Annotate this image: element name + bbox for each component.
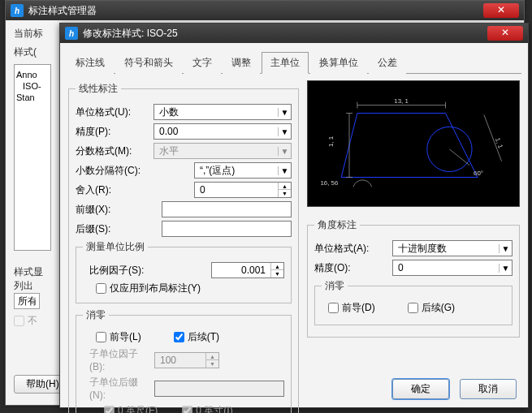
suffix-input[interactable] (162, 221, 292, 237)
subunit-factor-spinner: 100▲▼ (154, 352, 219, 368)
feet-checkbox: 0 英尺(F) (104, 404, 158, 413)
precision-select[interactable]: 0.00▼ (154, 123, 292, 140)
svg-text:1, 1: 1, 1 (327, 136, 335, 147)
angular-dim-group: 角度标注 单位格式(A): 十进制度数▼ 精度(O): 0▼ 消零 前导(D) … (307, 218, 520, 338)
subunit-factor-label: 子单位因子(B): (83, 347, 149, 372)
linear-legend: 线性标注 (76, 82, 121, 96)
angle-units-select[interactable]: 十进制度数▼ (392, 240, 513, 256)
back-titlebar: h 标注样式管理器 ✕ (6, 1, 524, 20)
all-styles-input[interactable] (14, 293, 40, 309)
suffix-label: 后缀(S): (76, 222, 149, 236)
dialog-footer: 确定 取消 (384, 379, 517, 399)
back-window-title: 标注样式管理器 (28, 4, 97, 18)
front-window-title: 修改标注样式: ISO-25 (83, 27, 178, 41)
chevron-down-icon: ▼ (278, 147, 291, 156)
decimal-sep-select[interactable]: “,”(逗点)▼ (194, 162, 292, 179)
spin-down-icon[interactable]: ▼ (278, 190, 291, 197)
decimal-sep-label: 小数分隔符(C): (76, 164, 149, 178)
spin-up-icon[interactable]: ▲ (278, 183, 291, 190)
ok-button[interactable]: 确定 (392, 379, 449, 399)
spin-down-icon[interactable]: ▼ (270, 270, 283, 277)
layout-only-checkbox[interactable]: 仅应用到布局标注(Y) (83, 282, 201, 295)
tab-fit[interactable]: 调整 (223, 52, 260, 74)
front-close-button[interactable]: ✕ (487, 26, 523, 41)
tree-item[interactable]: Anno (16, 70, 49, 80)
angle-suppress-group: 消零 前导(D) 后续(G) (314, 279, 513, 325)
spin-down-icon: ▼ (205, 360, 218, 368)
angle-trailing-checkbox[interactable]: 后续(G) (408, 301, 455, 315)
tab-text[interactable]: 文字 (184, 52, 221, 74)
cancel-button[interactable]: 取消 (460, 379, 517, 399)
angle-legend: 角度标注 (314, 218, 360, 232)
tab-tolerances[interactable]: 公差 (369, 52, 406, 74)
app-icon: h (65, 27, 78, 40)
style-tree[interactable]: Anno ISO- Stan (14, 64, 51, 251)
tree-item[interactable]: Stan (16, 92, 49, 102)
chevron-down-icon[interactable]: ▼ (499, 244, 512, 253)
scale-legend: 测量单位比例 (83, 240, 148, 254)
precision-label: 精度(P): (76, 125, 149, 139)
modify-dimension-style-window: h 修改标注样式: ISO-25 ✕ 标注线 符号和箭头 文字 调整 主单位 换… (59, 23, 529, 408)
units-format-select[interactable]: 小数▼ (154, 104, 292, 120)
dont-checkbox[interactable]: 不 (14, 314, 37, 328)
fraction-format-label: 分数格式(M): (76, 144, 149, 158)
prefix-input[interactable] (162, 201, 292, 217)
svg-text:13, 1: 13, 1 (394, 97, 409, 105)
scale-factor-spinner[interactable]: 0.001▲▼ (211, 262, 284, 278)
zero-suppression-group: 消零 前导(L) 后续(T) 子单位因子(B): 100▲▼ 子单位后缀(N): (76, 308, 292, 413)
svg-text:1, 1: 1, 1 (494, 137, 504, 149)
svg-marker-0 (341, 113, 478, 177)
angle-precision-label: 精度(O): (314, 261, 387, 275)
roundoff-label: 舍入(R): (76, 183, 149, 197)
tree-item[interactable]: ISO- (16, 81, 49, 91)
trailing-checkbox[interactable]: 后续(T) (174, 330, 219, 344)
angle-precision-select[interactable]: 0▼ (392, 260, 513, 276)
chevron-down-icon[interactable]: ▼ (278, 166, 291, 175)
tab-primary-units[interactable]: 主单位 (262, 52, 309, 74)
angle-leading-checkbox[interactable]: 前导(D) (328, 301, 375, 315)
dimension-preview: 13, 1 1, 1 1, 1 60° 16, 56 (307, 80, 520, 207)
angle-suppress-legend: 消零 (322, 279, 348, 293)
prefix-label: 前缀(X): (76, 203, 149, 217)
spin-up-icon[interactable]: ▲ (270, 263, 283, 270)
inches-checkbox: 0 英寸(I) (182, 404, 232, 413)
app-icon: h (11, 4, 24, 17)
units-format-label: 单位格式(U): (76, 105, 149, 119)
subunit-suffix-label: 子单位后缀(N): (83, 376, 149, 401)
tab-alt-units[interactable]: 换算单位 (310, 52, 367, 74)
svg-text:60°: 60° (474, 170, 483, 177)
linear-dim-group: 线性标注 单位格式(U): 小数▼ 精度(P): 0.00▼ 分数格式(M): … (68, 82, 299, 413)
tab-symbols[interactable]: 符号和箭头 (115, 52, 182, 74)
back-close-button[interactable]: ✕ (483, 3, 519, 18)
tab-bar: 标注线 符号和箭头 文字 调整 主单位 换算单位 公差 (67, 51, 521, 74)
spin-up-icon: ▲ (205, 353, 218, 360)
scale-factor-label: 比例因子(S): (83, 264, 149, 277)
suppress-legend: 消零 (83, 308, 109, 322)
chevron-down-icon[interactable]: ▼ (278, 108, 291, 117)
roundoff-spinner[interactable]: 0▲▼ (194, 182, 292, 198)
svg-text:16, 56: 16, 56 (320, 179, 339, 187)
chevron-down-icon[interactable]: ▼ (499, 264, 512, 273)
subunit-suffix-input (154, 381, 284, 397)
fraction-format-select: 水平▼ (154, 143, 292, 159)
leading-checkbox[interactable]: 前导(L) (96, 330, 141, 344)
angle-units-label: 单位格式(A): (314, 242, 387, 256)
tab-lines[interactable]: 标注线 (67, 52, 114, 74)
measurement-scale-group: 测量单位比例 比例因子(S): 0.001▲▼ 仅应用到布局标注(Y) (76, 240, 292, 303)
front-titlebar: h 修改标注样式: ISO-25 ✕ (60, 24, 528, 43)
chevron-down-icon[interactable]: ▼ (278, 127, 291, 136)
